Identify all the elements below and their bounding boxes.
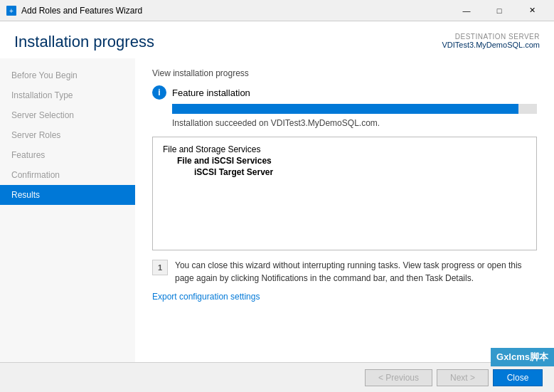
destination-label: DESTINATION SERVER: [442, 33, 540, 41]
sidebar-item-installation-type[interactable]: Installation Type: [0, 85, 135, 105]
next-button[interactable]: Next >: [437, 369, 489, 386]
note-icon: 1: [152, 260, 168, 275]
feature-install-label: Feature installation: [172, 88, 250, 98]
close-button[interactable]: Close: [493, 369, 543, 386]
feature-install-row: i Feature installation: [152, 85, 537, 100]
feature-item-1: File and Storage Services: [163, 144, 526, 154]
main-panel: View installation progress i Feature ins…: [135, 58, 554, 362]
wizard-footer: < Previous Next > Close: [0, 362, 554, 392]
feature-item-2: File and iSCSI Services: [177, 156, 526, 166]
window-controls: — □ ✕: [450, 0, 548, 21]
features-box: File and Storage Services File and iSCSI…: [152, 137, 537, 250]
sidebar-item-confirmation[interactable]: Confirmation: [0, 165, 135, 185]
progress-bar-fill: [172, 104, 518, 114]
feature-item-3: iSCSI Target Server: [194, 167, 526, 177]
destination-server-info: DESTINATION SERVER VDITest3.MyDemoSQL.co…: [442, 33, 540, 49]
server-name: VDITest3.MyDemoSQL.com: [442, 41, 540, 49]
info-note: 1 You can close this wizard without inte…: [152, 259, 537, 285]
sidebar-item-server-roles[interactable]: Server Roles: [0, 125, 135, 145]
progress-container: [172, 104, 537, 114]
wizard-content: Before You Begin Installation Type Serve…: [0, 58, 554, 362]
minimize-button[interactable]: —: [450, 0, 483, 21]
section-label: View installation progress: [152, 68, 537, 78]
install-success-text: Installation succeeded on VDITest3.MyDem…: [172, 118, 537, 128]
close-window-button[interactable]: ✕: [516, 0, 548, 21]
progress-bar-background: [172, 104, 537, 114]
export-config-link[interactable]: Export configuration settings: [152, 292, 537, 302]
sidebar-item-before-you-begin[interactable]: Before You Begin: [0, 65, 135, 85]
info-circle-icon: i: [152, 85, 166, 100]
sidebar-item-features[interactable]: Features: [0, 145, 135, 165]
page-title: Installation progress: [14, 33, 154, 51]
sidebar-item-server-selection[interactable]: Server Selection: [0, 105, 135, 125]
sidebar: Before You Begin Installation Type Serve…: [0, 58, 135, 362]
previous-button[interactable]: < Previous: [365, 369, 432, 386]
title-bar: + Add Roles and Features Wizard — □ ✕: [0, 0, 554, 21]
maximize-button[interactable]: □: [483, 0, 516, 21]
wizard-window: Installation progress DESTINATION SERVER…: [0, 21, 554, 392]
sidebar-item-results[interactable]: Results: [0, 185, 135, 205]
svg-text:+: +: [9, 7, 14, 15]
wizard-header: Installation progress DESTINATION SERVER…: [0, 21, 554, 58]
window-title: Add Roles and Features Wizard: [21, 6, 450, 16]
note-text: You can close this wizard without interr…: [175, 259, 537, 285]
wizard-icon: +: [6, 5, 17, 16]
